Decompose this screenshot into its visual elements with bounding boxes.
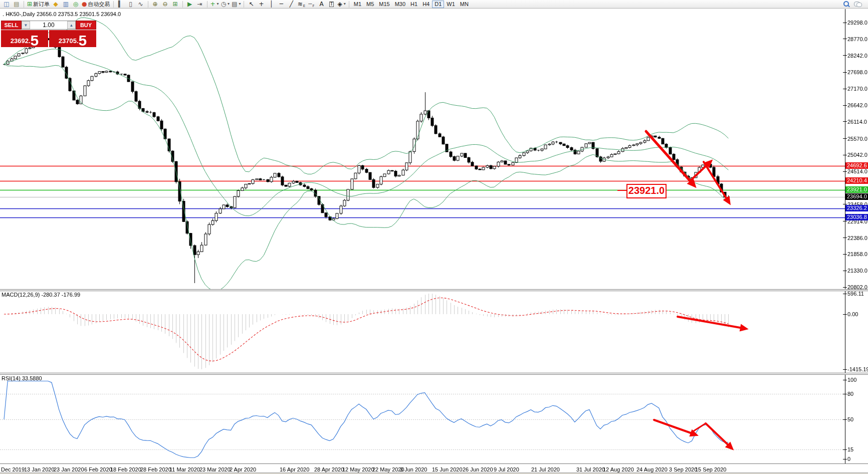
sell-price-pip: 5 — [31, 35, 39, 46]
date-tick-label: 15 Jun 2020 — [432, 466, 463, 472]
axis-tick — [843, 369, 847, 370]
axis-tick — [843, 294, 847, 294]
volume-decrease-button[interactable]: ▼ — [22, 21, 30, 29]
price-annotation-dash — [617, 190, 626, 191]
axis-tick — [843, 394, 847, 394]
price-annotation-box[interactable]: 23921.0 — [626, 184, 667, 198]
axis-tick — [843, 39, 847, 39]
axis-tick-label: 0.00 — [847, 311, 858, 317]
panel-splitter-main-macd[interactable] — [0, 289, 868, 291]
axis-tick-label: 0 — [847, 456, 850, 462]
axis-tick-label: 27698.0 — [847, 69, 867, 75]
axis-tick — [843, 449, 847, 450]
date-tick-label: 2 Apr 2020 — [230, 466, 256, 472]
rsi-panel-bottom-border — [0, 463, 868, 464]
axis-tick — [843, 171, 847, 172]
date-tick-label: Dec 2019 — [1, 466, 25, 472]
date-tick-label: 28 Apr 2020 — [314, 466, 344, 472]
axis-tick — [843, 238, 847, 238]
date-tick-label: 21 Jul 2020 — [531, 466, 560, 472]
buy-price-main: 23705 — [59, 38, 77, 46]
axis-tick-label: 28770.0 — [847, 36, 867, 42]
macd-indicator-label: MACD(12,26,9) -280.37 -176.99 — [2, 292, 80, 298]
axis-tick-label: 50 — [847, 416, 853, 422]
axis-tick-label: 80 — [847, 391, 853, 397]
date-tick-label: 12 May 2020 — [342, 466, 374, 472]
axis-tick — [843, 105, 847, 106]
date-tick-label: 23 Mar 2020 — [199, 466, 231, 472]
sell-price-box[interactable]: 23692.5 — [1, 30, 48, 47]
panel-splitter-macd-rsi[interactable] — [0, 373, 868, 375]
axis-tick-label: 26642.0 — [847, 102, 867, 108]
price-line-badge: 23694.0 — [845, 193, 868, 200]
axis-tick-label: 25570.0 — [847, 136, 867, 142]
price-chart-canvas[interactable] — [0, 0, 868, 474]
date-tick-label: 3 Jun 2020 — [400, 466, 427, 472]
date-tick-label: 23 Jan 2020 — [54, 466, 84, 472]
axis-tick — [843, 89, 847, 89]
axis-tick — [843, 72, 847, 73]
date-tick-label: 6 Feb 2020 — [84, 466, 112, 472]
date-tick-label: 9 Jul 2020 — [494, 466, 519, 472]
axis-tick-label: 15 — [847, 446, 853, 452]
axis-tick-label: 20802.0 — [847, 284, 867, 290]
axis-tick-label: 21858.0 — [847, 251, 867, 257]
chart-title: . HK50-,Daily 23656.0 23753.5 23501.5 23… — [3, 11, 121, 17]
axis-tick-label: 24514.0 — [847, 168, 867, 174]
price-line-badge: 24210.4 — [845, 177, 868, 184]
axis-tick — [843, 221, 847, 221]
date-tick-label: 12 Aug 2020 — [603, 466, 634, 472]
axis-tick-label: 28242.0 — [847, 53, 867, 59]
rsi-indicator-label: RSI(14) 33.5880 — [2, 375, 42, 381]
buy-price-box[interactable]: 23705.5 — [49, 30, 96, 47]
axis-tick-label: 29298.0 — [847, 20, 867, 26]
axis-tick — [843, 271, 847, 271]
date-tick-label: 11 Mar 2020 — [169, 466, 200, 472]
sell-button[interactable]: SELL — [1, 21, 22, 30]
axis-tick — [843, 55, 847, 56]
axis-tick — [843, 23, 847, 23]
price-line-badge: 23921.0 — [845, 186, 868, 193]
date-tick-label: 26 Jun 2020 — [463, 466, 493, 472]
axis-tick — [843, 287, 847, 288]
axis-tick — [843, 204, 847, 204]
price-line-badge: 24692.6 — [845, 162, 868, 169]
date-tick-label: 13 Jan 2020 — [24, 466, 55, 472]
axis-tick-label: 100 — [847, 377, 856, 383]
volume-stepper: ▼ 1.00 ▲ — [22, 21, 76, 30]
mt4-window: ◫▤⊞新订单◆▥◎●自动交易▍▯∿⊕⊖⊞▶⇥+▾◷▾▤▾↖+│─╱≋E┄FAT◈… — [0, 0, 868, 474]
volume-increase-button[interactable]: ▲ — [67, 21, 76, 29]
date-tick-label: 16 Apr 2020 — [280, 466, 309, 472]
axis-tick — [843, 419, 847, 420]
axis-tick-label: 25042.0 — [847, 152, 867, 158]
axis-tick — [843, 254, 847, 255]
date-tick-label: 18 Feb 2020 — [110, 466, 141, 472]
axis-tick — [843, 138, 847, 139]
one-click-trading-panel: SELL ▼ 1.00 ▲ BUY 23692.5 23705.5 — [1, 21, 96, 47]
price-line-badge: 23326.2 — [845, 205, 868, 211]
axis-tick-label: 21330.0 — [847, 268, 867, 274]
price-axis-line — [845, 9, 845, 464]
buy-button[interactable]: BUY — [76, 21, 96, 30]
axis-tick-label: 596.11 — [847, 291, 864, 297]
volume-value[interactable]: 1.00 — [30, 21, 67, 29]
axis-tick — [843, 121, 847, 122]
date-tick-label: 28 Feb 2020 — [140, 466, 171, 472]
chart-marker: . — [3, 11, 4, 17]
sell-price-main: 23692 — [11, 38, 29, 46]
axis-tick-label: 27170.0 — [847, 86, 867, 92]
axis-tick-label: 22386.0 — [847, 235, 867, 241]
chart-symbol: HK50-,Daily — [6, 11, 35, 17]
axis-tick — [843, 155, 847, 155]
chart-ohlc: 23656.0 23753.5 23501.5 23694.0 — [37, 11, 121, 17]
date-tick-label: 24 Aug 2020 — [636, 466, 668, 472]
date-tick-label: 15 Sep 2020 — [695, 466, 726, 472]
price-line-badge: 23036.8 — [845, 214, 868, 220]
date-tick-label: 3 Sep 2020 — [669, 466, 697, 472]
date-tick-label: 31 Jul 2020 — [576, 466, 605, 472]
buy-price-pip: 5 — [79, 35, 87, 46]
axis-tick — [843, 380, 847, 380]
axis-tick — [843, 459, 847, 459]
axis-tick-label: -1415.19 — [847, 366, 868, 372]
axis-tick-label: 26114.0 — [847, 119, 867, 125]
